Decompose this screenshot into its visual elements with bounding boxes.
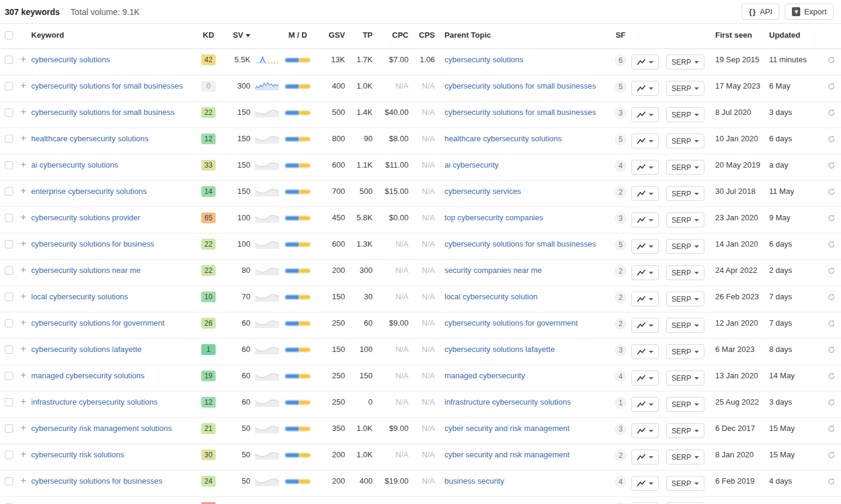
- add-keyword-icon[interactable]: +: [20, 318, 26, 327]
- serp-button[interactable]: SERP: [666, 160, 704, 175]
- add-keyword-icon[interactable]: +: [20, 212, 26, 222]
- trend-chart-button[interactable]: [631, 133, 659, 148]
- serp-button[interactable]: SERP: [666, 239, 704, 254]
- refresh-button[interactable]: [827, 82, 836, 93]
- header-md[interactable]: M / D: [280, 24, 315, 47]
- serp-button[interactable]: SERP: [666, 107, 704, 122]
- parent-topic-link[interactable]: top cybersecurity companies: [444, 213, 543, 222]
- header-updated[interactable]: Updated: [769, 24, 822, 47]
- refresh-button[interactable]: [827, 266, 836, 278]
- row-checkbox[interactable]: [5, 398, 13, 406]
- add-keyword-icon[interactable]: +: [20, 54, 26, 64]
- row-checkbox[interactable]: [5, 135, 13, 143]
- keyword-link[interactable]: cybersecurity solutions for small busine…: [31, 81, 183, 90]
- row-checkbox[interactable]: [5, 82, 13, 90]
- serp-button[interactable]: SERP: [666, 344, 704, 359]
- keyword-link[interactable]: managed cybersecurity solutions: [31, 371, 144, 380]
- add-keyword-icon[interactable]: +: [20, 397, 26, 406]
- trend-chart-button[interactable]: [631, 371, 659, 385]
- keyword-link[interactable]: ai cybersecurity solutions: [31, 160, 118, 169]
- add-keyword-icon[interactable]: +: [20, 107, 26, 117]
- parent-topic-link[interactable]: local cybersecurity solution: [444, 292, 537, 301]
- refresh-button[interactable]: [827, 135, 836, 146]
- serp-button[interactable]: SERP: [666, 265, 704, 280]
- trend-chart-button[interactable]: [631, 160, 659, 175]
- keyword-link[interactable]: cybersecurity solutions near me: [31, 266, 141, 275]
- trend-chart-button[interactable]: [631, 81, 659, 96]
- trend-chart-button[interactable]: [631, 292, 659, 306]
- refresh-button[interactable]: [827, 161, 836, 172]
- serp-button[interactable]: SERP: [666, 371, 704, 385]
- row-checkbox[interactable]: [5, 214, 13, 222]
- header-cpc[interactable]: CPC: [373, 24, 409, 47]
- parent-topic-link[interactable]: cybersecurity solutions for small busine…: [444, 239, 596, 248]
- keyword-link[interactable]: cybersecurity solutions provider: [31, 213, 140, 222]
- header-first-seen[interactable]: First seen: [709, 24, 769, 47]
- serp-button[interactable]: SERP: [666, 81, 704, 96]
- serp-button[interactable]: SERP: [666, 133, 704, 148]
- parent-topic-link[interactable]: cybersecurity services: [444, 187, 521, 196]
- trend-chart-button[interactable]: [631, 265, 659, 280]
- row-checkbox[interactable]: [5, 266, 13, 275]
- refresh-button[interactable]: [827, 477, 836, 488]
- select-all-checkbox[interactable]: [5, 31, 13, 40]
- row-checkbox[interactable]: [5, 240, 13, 248]
- add-keyword-icon[interactable]: +: [20, 186, 26, 196]
- serp-button[interactable]: SERP: [666, 476, 704, 491]
- parent-topic-link[interactable]: security companies near me: [444, 266, 542, 275]
- add-keyword-icon[interactable]: +: [20, 133, 26, 143]
- add-keyword-icon[interactable]: +: [20, 239, 26, 248]
- add-keyword-icon[interactable]: +: [20, 371, 26, 380]
- row-checkbox[interactable]: [5, 424, 13, 433]
- row-checkbox[interactable]: [5, 187, 13, 196]
- keyword-link[interactable]: enterprise cybersecurity solutions: [31, 187, 147, 196]
- trend-chart-button[interactable]: [631, 450, 659, 464]
- refresh-button[interactable]: [827, 398, 836, 409]
- serp-button[interactable]: SERP: [666, 423, 704, 438]
- row-checkbox[interactable]: [5, 319, 13, 327]
- add-keyword-icon[interactable]: +: [20, 476, 26, 485]
- serp-button[interactable]: SERP: [666, 450, 704, 464]
- row-checkbox[interactable]: [5, 345, 13, 354]
- api-button[interactable]: {} API: [742, 4, 779, 20]
- serp-button[interactable]: SERP: [666, 292, 704, 306]
- parent-topic-link[interactable]: cybersecurity solutions lafayette: [444, 345, 555, 354]
- trend-chart-button[interactable]: [631, 239, 659, 254]
- keyword-link[interactable]: local cybersecurity solutions: [31, 292, 128, 301]
- refresh-button[interactable]: [827, 345, 836, 357]
- parent-topic-link[interactable]: cybersecurity solutions for small busine…: [444, 81, 596, 90]
- parent-topic-link[interactable]: ai cybersecurity: [444, 160, 498, 169]
- keyword-link[interactable]: cybersecurity solutions lafayette: [31, 345, 141, 354]
- parent-topic-link[interactable]: cybersecurity solutions: [444, 55, 524, 64]
- trend-chart-button[interactable]: [631, 107, 659, 122]
- keyword-link[interactable]: cybersecurity solutions for businesses: [31, 476, 162, 485]
- trend-chart-button[interactable]: [631, 318, 659, 333]
- keyword-link[interactable]: cybersecurity solutions for business: [31, 239, 154, 248]
- trend-chart-button[interactable]: [631, 397, 659, 412]
- refresh-button[interactable]: [827, 214, 836, 225]
- header-kd[interactable]: KD: [196, 24, 220, 47]
- keyword-link[interactable]: cybersecurity solutions: [31, 55, 110, 64]
- parent-topic-link[interactable]: infrastructure cybersecurity solutions: [444, 397, 571, 406]
- parent-topic-link[interactable]: healthcare cybersecurity solutions: [444, 134, 562, 143]
- parent-topic-link[interactable]: business security: [444, 476, 504, 485]
- header-parent-topic[interactable]: Parent Topic: [435, 24, 610, 47]
- serp-button[interactable]: SERP: [666, 186, 704, 201]
- header-sv[interactable]: SV: [220, 24, 250, 47]
- header-sf[interactable]: SF: [610, 24, 631, 47]
- parent-topic-link[interactable]: cybersecurity solutions for government: [444, 318, 578, 327]
- keyword-link[interactable]: infrastructure cybersecurity solutions: [31, 397, 158, 406]
- row-checkbox[interactable]: [5, 161, 13, 169]
- add-keyword-icon[interactable]: +: [20, 423, 26, 433]
- parent-topic-link[interactable]: managed cybersecurity: [444, 371, 525, 380]
- refresh-button[interactable]: [827, 108, 836, 120]
- refresh-button[interactable]: [827, 187, 836, 199]
- parent-topic-link[interactable]: cyber security and risk management: [444, 450, 570, 459]
- parent-topic-link[interactable]: cyber security and risk management: [444, 424, 570, 433]
- header-tp[interactable]: TP: [345, 24, 373, 47]
- row-checkbox[interactable]: [5, 477, 13, 485]
- refresh-button[interactable]: [827, 451, 836, 462]
- trend-chart-button[interactable]: [631, 423, 659, 438]
- keyword-link[interactable]: cybersecurity risk solutions: [31, 450, 124, 459]
- row-checkbox[interactable]: [5, 451, 13, 459]
